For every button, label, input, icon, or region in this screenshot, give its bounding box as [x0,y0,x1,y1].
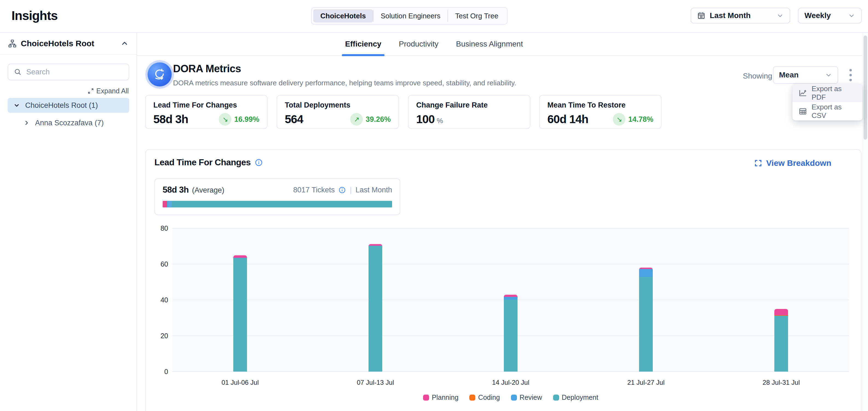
period-select[interactable]: Last Month [690,8,790,24]
search-input[interactable] [26,68,123,76]
metric-title: Total Deployments [285,101,391,109]
expand-all-icon [87,88,94,94]
tree-item-label: ChoiceHotels Root (1) [25,101,98,110]
x-tick-label: 07 Jul-13 Jul [357,379,394,386]
main-tab-strip: Efficiency Productivity Business Alignme… [137,33,868,56]
period-select-value: Last Month [710,11,750,20]
gridline-80 [173,228,849,229]
metric-value: 60d 14h [547,113,588,126]
bar-01Jul-06Jul[interactable] [233,255,247,372]
scrollbar-track[interactable] [863,33,868,411]
review-segment [639,269,653,277]
trend-up-icon: ↗ [350,113,363,126]
sidebar-search [8,64,129,80]
summary-tickets: 8017 Tickets [293,186,335,194]
sidebar-root-title: ChoiceHotels Root [21,39,117,48]
chevron-down-icon [848,12,855,19]
export-csv-menu-item[interactable]: Export as CSV [793,102,863,121]
dora-metrics-title: DORA Metrics [173,63,241,75]
metric-delta-value: 14.78% [628,115,653,124]
collapse-chevron-icon[interactable] [121,39,129,47]
org-sidebar: ChoiceHotels Root Expand All ChoiceHotel… [0,33,137,411]
bar-21Jul-27Jul[interactable] [639,268,653,372]
planning-segment [774,309,788,315]
kebab-menu-icon[interactable] [848,67,854,83]
scrollbar-thumb[interactable] [864,36,867,140]
metric-title: Mean Time To Restore [547,101,653,109]
dora-metrics-description: DORA metrics measure software delivery p… [173,79,516,87]
section-title: Lead Time For Changes [154,157,251,168]
tree-item-choicehotels-root[interactable]: ChoiceHotels Root (1) [8,98,129,113]
bar-28Jul-31Jul[interactable] [774,309,788,372]
x-tick-label: 21 Jul-27 Jul [627,379,664,386]
page-title: Insights [11,8,58,23]
y-tick-label-40: 40 [160,296,168,304]
org-tab-test-org-tree[interactable]: Test Org Tree [448,9,505,23]
export-pdf-menu-item[interactable]: Export as PDF [793,84,863,102]
summary-bar-segment-planning [163,201,167,207]
chart-xaxis: 01 Jul-06 Jul07 Jul-13 Jul14 Jul-20 Jul2… [173,379,849,390]
summary-bar-segment-review [167,201,172,207]
summary-bar [163,201,392,207]
summary-period: Last Month [355,186,392,194]
legend-swatch-review [511,395,517,401]
app-header: Insights ChoiceHotels Solution Engineers… [0,0,868,33]
granularity-select[interactable]: Weekly [798,8,862,24]
expand-all-label: Expand All [96,87,129,95]
y-tick-label-80: 80 [160,225,168,232]
metric-delta-value: 39.26% [366,115,391,124]
legend-label: Deployment [562,393,598,402]
info-icon[interactable] [255,159,263,167]
chevron-down-icon[interactable] [13,102,20,109]
deployment-segment [233,258,247,372]
tab-efficiency[interactable]: Efficiency [345,33,381,56]
metric-delta: ↘ 16.99% [219,113,259,126]
info-icon[interactable] [338,186,346,194]
x-tick-label: 01 Jul-06 Jul [221,379,259,386]
tab-productivity[interactable]: Productivity [399,33,439,56]
legend-label: Planning [432,393,458,402]
deployment-segment [504,300,518,372]
x-tick-label: 28 Jul-31 Jul [763,379,800,386]
chevron-down-icon [777,12,784,19]
summary-average-label: (Average) [192,186,224,195]
export-csv-icon [799,107,807,116]
calendar-icon [697,11,705,20]
legend-item-deployment: Deployment [553,393,598,402]
export-pdf-icon [799,89,807,97]
dora-icon [146,60,174,89]
trend-down-icon: ↘ [613,113,625,126]
metric-card-mean-time-to-restore: Mean Time To Restore 60d 14h ↘ 14.78% [539,95,661,129]
summary-bar-segment-deployment [172,201,392,207]
chart-legend: PlanningCodingReviewDeployment [173,393,849,402]
view-breakdown-icon [754,159,762,167]
legend-item-review: Review [511,393,542,402]
org-switcher: ChoiceHotels Solution Engineers Test Org… [311,7,508,25]
legend-label: Review [520,393,542,402]
export-pdf-label: Export as PDF [812,84,857,102]
tab-business-alignment[interactable]: Business Alignment [456,33,523,56]
legend-swatch-deployment [553,395,559,401]
showing-select[interactable]: Mean [773,66,838,84]
expand-all-button[interactable]: Expand All [87,87,129,95]
tree-item-anna-scozzafava[interactable]: Anna Scozzafava (7) [18,115,129,130]
view-breakdown-button[interactable]: View Breakdown [754,159,831,168]
y-tick-label-0: 0 [164,368,168,376]
bar-14Jul-20Jul[interactable] [504,295,518,372]
metric-delta: ↘ 14.78% [613,113,653,126]
review-segment [504,297,518,300]
tree-item-label: Anna Scozzafava (7) [35,119,104,127]
trend-down-icon: ↘ [219,113,231,126]
metric-title: Lead Time For Changes [153,101,259,109]
chevron-right-icon[interactable] [23,119,30,127]
org-tree-icon [8,39,17,48]
x-tick-label: 14 Jul-20 Jul [492,379,529,386]
export-menu: Export as PDF Export as CSV [793,84,863,121]
org-tab-choicehotels[interactable]: ChoiceHotels [313,9,373,23]
bar-07Jul-13Jul[interactable] [369,244,382,372]
org-tab-solution-engineers[interactable]: Solution Engineers [373,9,447,23]
summary-average-value: 58d 3h [163,185,189,195]
search-icon [14,68,22,76]
deployment-segment [369,246,382,372]
metric-delta-value: 16.99% [234,115,259,124]
